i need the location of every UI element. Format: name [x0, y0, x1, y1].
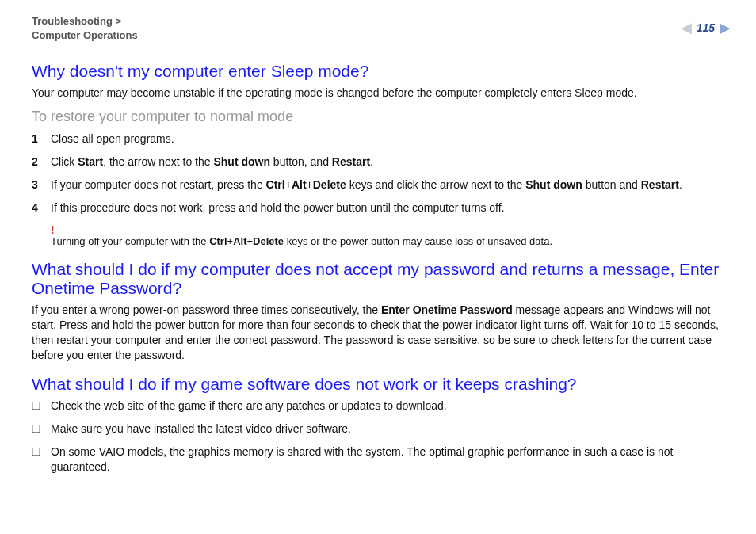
password-paragraph: If you enter a wrong power-on password t…: [32, 303, 731, 363]
step-text: If this procedure does not work, press a…: [51, 200, 731, 216]
page-navigator: ◀ 115 ▶: [681, 21, 731, 35]
list-text: Make sure you have installed the latest …: [51, 421, 351, 437]
step-text: Click Start, the arrow next to the Shut …: [51, 154, 731, 170]
bullet-icon: ❑: [32, 422, 51, 437]
bullet-icon: ❑: [32, 399, 51, 414]
section-heading-password: What should I do if my computer does not…: [32, 260, 731, 298]
list-text: Check the web site of the game if there …: [51, 399, 447, 414]
warning-note: ! Turning off your computer with the Ctr…: [51, 223, 731, 247]
sleep-intro: Your computer may become unstable if the…: [32, 86, 731, 101]
step-4: 4 If this procedure does not work, press…: [32, 200, 731, 216]
step-text: If your computer does not restart, press…: [51, 177, 731, 193]
step-3: 3 If your computer does not restart, pre…: [32, 177, 731, 193]
bullet-icon: ❑: [32, 445, 51, 460]
step-number: 3: [32, 177, 51, 193]
step-number: 1: [32, 132, 51, 147]
breadcrumb-line2: Computer Operations: [32, 29, 138, 41]
restore-steps: 1 Close all open programs. 2 Click Start…: [32, 132, 731, 216]
list-item: ❑ On some VAIO models, the graphics memo…: [32, 444, 731, 475]
game-checklist: ❑ Check the web site of the game if ther…: [32, 399, 731, 475]
step-number: 2: [32, 154, 51, 170]
next-page-icon[interactable]: ▶: [720, 21, 731, 35]
step-number: 4: [32, 200, 51, 216]
section-heading-game: What should I do if my game software doe…: [32, 375, 731, 394]
list-item: ❑ Make sure you have installed the lates…: [32, 421, 731, 437]
page-number: 115: [697, 21, 715, 34]
step-1: 1 Close all open programs.: [32, 132, 731, 147]
section-heading-sleep: Why doesn't my computer enter Sleep mode…: [32, 62, 731, 81]
warning-icon: !: [51, 223, 731, 236]
step-text: Close all open programs.: [51, 132, 731, 147]
list-text: On some VAIO models, the graphics memory…: [51, 444, 731, 475]
step-2: 2 Click Start, the arrow next to the Shu…: [32, 154, 731, 170]
breadcrumb-line1: Troubleshooting >: [32, 15, 121, 27]
warning-text: Turning off your computer with the Ctrl+…: [51, 235, 552, 247]
list-item: ❑ Check the web site of the game if ther…: [32, 399, 731, 414]
breadcrumb: Troubleshooting > Computer Operations: [32, 14, 138, 43]
prev-page-icon[interactable]: ◀: [681, 21, 692, 35]
restore-subheading: To restore your computer to normal mode: [32, 109, 731, 125]
